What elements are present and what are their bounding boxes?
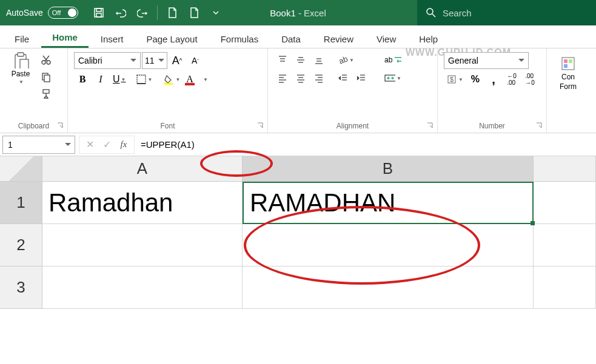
grow-font-button[interactable]: A^ [169, 53, 186, 68]
accounting-format-button[interactable]: $▼ [444, 71, 466, 87]
cell-b2[interactable] [243, 224, 534, 266]
percent-button[interactable]: % [467, 71, 484, 87]
wrap-text-button[interactable]: ab [382, 52, 404, 68]
group-label: Font [74, 119, 261, 131]
tab-review[interactable]: Review [313, 29, 364, 48]
decrease-decimal-button[interactable]: .00→0 [521, 71, 538, 87]
increase-indent-button[interactable] [353, 70, 370, 86]
group-label: Alignment [274, 119, 431, 131]
increase-decimal-button[interactable]: ←0.00 [503, 71, 520, 87]
cell-a1[interactable]: Ramadhan [42, 182, 243, 224]
cell-c1[interactable] [534, 182, 596, 224]
column-header-c[interactable] [534, 156, 596, 182]
cut-button[interactable] [38, 52, 55, 68]
tab-page-layout[interactable]: Page Layout [135, 29, 208, 48]
decrease-indent-button[interactable] [335, 70, 352, 86]
font-size-select[interactable] [142, 52, 167, 69]
toggle-switch[interactable]: Off [48, 7, 78, 19]
undo-button[interactable] [111, 4, 130, 22]
insert-function-button[interactable]: fx [116, 137, 132, 153]
align-right-button[interactable] [310, 70, 327, 86]
align-bottom-button[interactable] [310, 52, 327, 68]
qat-dropdown[interactable] [206, 4, 226, 22]
italic-button[interactable]: I [92, 71, 109, 87]
autosave-toggle[interactable]: AutoSave Off [0, 7, 84, 19]
svg-point-3 [427, 8, 433, 15]
svg-line-4 [432, 14, 435, 17]
save-button[interactable] [89, 4, 109, 22]
group-styles-partial: Con Form [547, 48, 589, 133]
svg-rect-13 [137, 75, 146, 84]
cell-c2[interactable] [534, 224, 596, 266]
tab-view[interactable]: View [366, 29, 407, 48]
redo-button[interactable] [133, 4, 152, 22]
svg-rect-49 [564, 59, 568, 63]
tab-file[interactable]: File [4, 29, 40, 48]
format-painter-button[interactable] [38, 86, 55, 102]
svg-rect-0 [95, 8, 103, 17]
font-name-select[interactable] [74, 52, 141, 69]
svg-rect-50 [569, 59, 572, 63]
copy-button[interactable] [38, 69, 55, 85]
dialog-launcher[interactable] [56, 122, 65, 130]
dialog-launcher[interactable] [535, 122, 544, 130]
tab-insert[interactable]: Insert [90, 29, 135, 48]
align-middle-button[interactable] [292, 52, 309, 68]
orientation-button[interactable]: ab▼ [335, 52, 357, 68]
svg-text:ab: ab [338, 55, 348, 65]
cell-a2[interactable] [42, 224, 243, 266]
align-top-button[interactable] [274, 52, 291, 68]
column-header-b[interactable]: B [243, 156, 534, 182]
cell-c3[interactable] [534, 266, 596, 309]
group-label: Number [444, 119, 540, 131]
select-all-corner[interactable] [0, 156, 42, 182]
search-input[interactable] [443, 8, 588, 18]
tab-help[interactable]: Help [408, 29, 449, 48]
autosave-label: AutoSave [6, 8, 43, 18]
shrink-font-button[interactable]: Aˇ [187, 53, 204, 68]
qat-doc2-button[interactable] [184, 4, 204, 22]
tab-formulas[interactable]: Formulas [210, 29, 270, 48]
paste-button[interactable]: Paste ▼ [6, 52, 35, 85]
dialog-launcher[interactable] [426, 122, 435, 130]
fill-color-button[interactable]: ▼ [161, 71, 182, 87]
enter-formula-button[interactable]: ✓ [99, 137, 115, 153]
number-format-select[interactable] [444, 52, 529, 69]
svg-rect-16 [185, 83, 195, 85]
search-icon [426, 7, 437, 18]
merge-center-button[interactable]: ▼ [382, 70, 404, 86]
tab-home[interactable]: Home [41, 27, 89, 48]
svg-rect-15 [164, 83, 173, 85]
group-alignment: ab▼ ab ▼ Alignment [268, 48, 438, 133]
cell-a3[interactable] [42, 266, 243, 309]
svg-text:$: $ [450, 76, 454, 83]
ribbon-tabs: File Home Insert Page Layout Formulas Da… [0, 25, 596, 48]
svg-rect-11 [44, 75, 50, 82]
name-box[interactable] [2, 136, 75, 154]
group-font: A^ Aˇ B I U▼ ▼ ▼ A▼ Font [68, 48, 268, 133]
comma-button[interactable]: , [485, 71, 502, 87]
underline-button[interactable]: U▼ [110, 71, 128, 87]
align-left-button[interactable] [274, 70, 291, 86]
group-clipboard: Paste ▼ Clipboard [0, 48, 68, 133]
row-header-1[interactable]: 1 [0, 182, 42, 224]
cell-b1[interactable]: RAMADHAN [243, 182, 534, 224]
bold-button[interactable]: B [74, 71, 91, 87]
conditional-formatting-icon [560, 56, 576, 71]
spreadsheet-grid: A B 1 Ramadhan RAMADHAN 2 3 [0, 156, 596, 309]
font-color-button[interactable]: A▼ [184, 71, 210, 87]
dialog-launcher[interactable] [256, 122, 265, 130]
formula-input[interactable] [135, 136, 594, 154]
search-box[interactable] [417, 0, 596, 25]
title-bar: AutoSave Off Book1 - Excel [0, 0, 596, 25]
column-header-a[interactable]: A [42, 156, 243, 182]
border-button[interactable]: ▼ [134, 71, 155, 87]
tab-data[interactable]: Data [270, 29, 312, 48]
cell-b3[interactable] [243, 266, 534, 309]
align-center-button[interactable] [292, 70, 309, 86]
quick-access-toolbar [89, 4, 226, 22]
row-header-3[interactable]: 3 [0, 266, 42, 309]
qat-doc1-button[interactable] [162, 4, 182, 22]
row-header-2[interactable]: 2 [0, 224, 42, 266]
cancel-formula-button[interactable]: ✕ [82, 137, 98, 153]
